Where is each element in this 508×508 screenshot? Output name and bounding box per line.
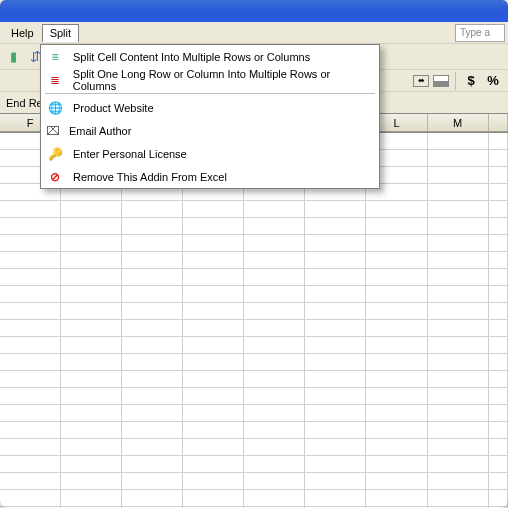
cell[interactable] — [0, 235, 61, 252]
cell[interactable] — [61, 473, 122, 490]
cells-icon[interactable] — [433, 75, 449, 87]
cell[interactable] — [489, 354, 508, 371]
cell[interactable] — [428, 473, 489, 490]
cell[interactable] — [61, 201, 122, 218]
cell[interactable] — [183, 252, 244, 269]
cell[interactable] — [61, 405, 122, 422]
cell[interactable] — [428, 320, 489, 337]
cell[interactable] — [366, 456, 427, 473]
cell[interactable] — [366, 473, 427, 490]
cell[interactable] — [305, 405, 366, 422]
percent-icon[interactable]: % — [484, 72, 502, 90]
cell[interactable] — [244, 269, 305, 286]
cell[interactable] — [183, 439, 244, 456]
cell[interactable] — [305, 371, 366, 388]
cell[interactable] — [428, 490, 489, 507]
cell[interactable] — [489, 269, 508, 286]
cell[interactable] — [183, 286, 244, 303]
cell[interactable] — [244, 218, 305, 235]
cell[interactable] — [305, 354, 366, 371]
menu-remove-addin[interactable]: ⊘ Remove This Addin From Excel — [41, 165, 379, 188]
cell[interactable] — [122, 473, 183, 490]
name-box[interactable]: End Re — [6, 97, 43, 109]
cell[interactable] — [61, 388, 122, 405]
cell[interactable] — [244, 201, 305, 218]
cell[interactable] — [0, 252, 61, 269]
cell[interactable] — [61, 286, 122, 303]
cell[interactable] — [183, 388, 244, 405]
cell[interactable] — [428, 439, 489, 456]
cell[interactable] — [122, 405, 183, 422]
cell[interactable] — [489, 405, 508, 422]
cell[interactable] — [122, 456, 183, 473]
cell[interactable] — [428, 286, 489, 303]
cell[interactable] — [0, 371, 61, 388]
cell[interactable] — [428, 235, 489, 252]
cell[interactable] — [489, 286, 508, 303]
cell[interactable] — [489, 133, 508, 150]
cell[interactable] — [489, 422, 508, 439]
cell[interactable] — [428, 303, 489, 320]
cell[interactable] — [489, 473, 508, 490]
cell[interactable] — [244, 388, 305, 405]
cell[interactable] — [122, 269, 183, 286]
cell[interactable] — [183, 422, 244, 439]
cell[interactable] — [0, 456, 61, 473]
cell[interactable] — [305, 490, 366, 507]
cell[interactable] — [122, 371, 183, 388]
cell[interactable] — [122, 235, 183, 252]
merge-icon[interactable]: ⬌ — [413, 75, 429, 87]
cell[interactable] — [244, 490, 305, 507]
cell[interactable] — [428, 354, 489, 371]
cell[interactable] — [305, 422, 366, 439]
cell[interactable] — [366, 252, 427, 269]
cell[interactable] — [61, 218, 122, 235]
cell[interactable] — [489, 252, 508, 269]
cell[interactable] — [61, 456, 122, 473]
cell[interactable] — [122, 388, 183, 405]
cell[interactable] — [489, 371, 508, 388]
cell[interactable] — [183, 337, 244, 354]
cell[interactable] — [244, 405, 305, 422]
cell[interactable] — [244, 473, 305, 490]
grid-body[interactable] — [0, 133, 508, 508]
cell[interactable] — [305, 201, 366, 218]
cell[interactable] — [244, 235, 305, 252]
cell[interactable] — [122, 218, 183, 235]
chart-icon[interactable]: ▮ — [4, 48, 22, 66]
cell[interactable] — [366, 371, 427, 388]
cell[interactable] — [489, 150, 508, 167]
cell[interactable] — [61, 337, 122, 354]
cell[interactable] — [0, 286, 61, 303]
cell[interactable] — [244, 371, 305, 388]
cell[interactable] — [366, 354, 427, 371]
menu-split-cell-content[interactable]: ≡ Split Cell Content Into Multiple Rows … — [41, 45, 379, 68]
col-header[interactable] — [489, 114, 508, 132]
cell[interactable] — [183, 218, 244, 235]
cell[interactable] — [305, 388, 366, 405]
cell[interactable] — [366, 337, 427, 354]
cell[interactable] — [244, 439, 305, 456]
cell[interactable] — [122, 201, 183, 218]
col-header[interactable]: M — [428, 114, 489, 132]
cell[interactable] — [305, 269, 366, 286]
cell[interactable] — [305, 235, 366, 252]
cell[interactable] — [244, 303, 305, 320]
cell[interactable] — [489, 167, 508, 184]
cell[interactable] — [366, 388, 427, 405]
cell[interactable] — [244, 286, 305, 303]
cell[interactable] — [122, 320, 183, 337]
cell[interactable] — [428, 371, 489, 388]
cell[interactable] — [183, 269, 244, 286]
cell[interactable] — [61, 354, 122, 371]
cell[interactable] — [366, 303, 427, 320]
cell[interactable] — [0, 354, 61, 371]
cell[interactable] — [428, 218, 489, 235]
cell[interactable] — [489, 337, 508, 354]
cell[interactable] — [61, 371, 122, 388]
cell[interactable] — [366, 320, 427, 337]
cell[interactable] — [61, 303, 122, 320]
cell[interactable] — [183, 490, 244, 507]
cell[interactable] — [489, 235, 508, 252]
cell[interactable] — [0, 439, 61, 456]
